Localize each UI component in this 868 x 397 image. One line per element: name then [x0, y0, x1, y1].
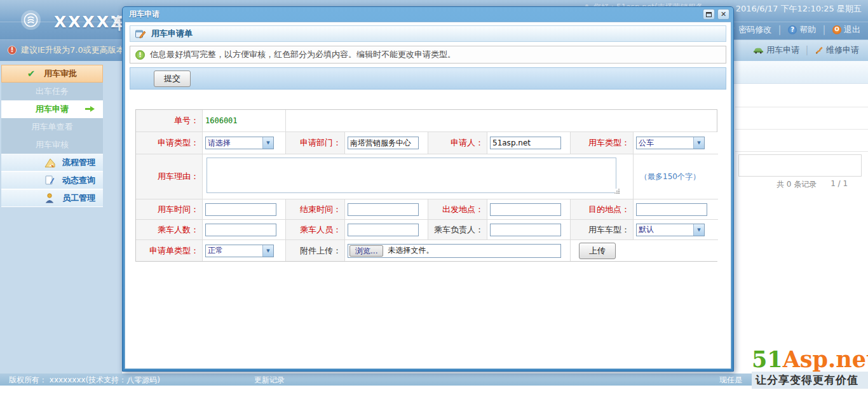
- copyright-text: 版权所有： xxxxxxxx(技术支持：八零源码): [9, 375, 160, 386]
- sidebar-item-vehicle-audit[interactable]: 用车审核: [1, 136, 103, 154]
- sidebar-item-order-view[interactable]: 用车单查看: [1, 118, 103, 136]
- file-status-text: 未选择文件。: [383, 245, 433, 256]
- logout-icon: O: [832, 25, 841, 34]
- site-watermark: 51Asp.net 让分享变得更有价值: [752, 348, 868, 389]
- separator: │: [822, 25, 827, 35]
- form-panel-title: 用车申请单: [130, 25, 726, 42]
- applicant-label: 申请人：: [428, 132, 487, 154]
- update-log-link[interactable]: 更新记录: [254, 375, 285, 386]
- passengers-input[interactable]: [348, 224, 419, 236]
- status-fragment: 现任是: [719, 375, 742, 386]
- record-summary: 共 0 条记录 1 / 1: [756, 179, 868, 190]
- empty-cell: [286, 110, 717, 132]
- start-time-label: 用车时间：: [136, 199, 203, 220]
- green-arrow-icon: [85, 105, 95, 112]
- maximize-button[interactable]: [703, 9, 715, 20]
- info-message: 信息最好填写完整，以方便审核，红色部分为必填内容。编辑时不能更改申请类型。: [150, 49, 456, 60]
- reason-label: 用车理由：: [136, 154, 203, 199]
- form-row-passengers: 乘车人数： 乘车人员： 乘车负责人： 用车车型： 默认 ▼: [136, 220, 717, 240]
- sidebar-item-dynamic-query[interactable]: 动态查询: [1, 172, 103, 189]
- note-pencil-icon: [43, 175, 56, 185]
- sidebar-item-process-management[interactable]: 流程管理: [1, 154, 103, 172]
- maximize-icon: [706, 12, 712, 17]
- submit-button[interactable]: 提交: [154, 71, 191, 87]
- app-window: XXXXX 车辆管理系统 您好：51asp.net(南塔营销服务 2016/6/…: [0, 0, 868, 397]
- dialog-body: 用车申请单 ! 信息最好填写完整，以方便审核，红色部分为必填内容。编辑时不能更改…: [125, 22, 731, 369]
- background-panel-header: [734, 61, 868, 84]
- dest-place-input[interactable]: [636, 203, 707, 216]
- pager: 1 / 1: [831, 179, 848, 190]
- vehicle-use-type-label: 用车类型：: [571, 132, 634, 154]
- passenger-count-input[interactable]: [205, 224, 276, 236]
- dialog-toolbar: 提交: [130, 67, 726, 90]
- reason-limit-note: （最多150个字）: [636, 172, 700, 182]
- passenger-leader-label: 乘车负责人：: [428, 220, 487, 240]
- end-time-input[interactable]: [348, 203, 419, 216]
- passenger-leader-input[interactable]: [490, 224, 561, 236]
- quick-actions: 用车申请 │ 维修申请: [753, 44, 859, 56]
- vehicle-model-select[interactable]: 默认 ▼: [636, 224, 705, 236]
- watermark-tagline: 让分享变得更有价值: [752, 372, 868, 389]
- vehicle-request-button[interactable]: 用车申请: [753, 44, 799, 56]
- apply-dept-label: 申请部门：: [286, 132, 345, 154]
- start-time-input[interactable]: [205, 203, 276, 216]
- form-type-select[interactable]: 正常 ▼: [205, 245, 274, 257]
- form-row-type: 申请类型： 请选择 ▼ 申请部门： 申请人： 用车类型： 公车: [136, 132, 717, 154]
- form-row-attachment: 申请单类型： 正常 ▼ 附件上传： 浏览... 未选择文件。: [136, 240, 717, 261]
- dialog-titlebar[interactable]: 用车申请: [123, 7, 733, 22]
- form-type-label: 申请单类型：: [136, 240, 203, 261]
- dialog-title: 用车申请: [129, 10, 159, 18]
- watermark-logo: 51Asp.net: [752, 348, 868, 371]
- browse-button[interactable]: 浏览...: [349, 245, 383, 257]
- ie-upgrade-notice: ! 建议IE升级为7.0或更高版本，点: [8, 44, 122, 56]
- sidebar-menu: ✔ 用车审批 出车任务 用车申请 用车单查看 用车审核: [1, 65, 103, 207]
- background-row-divider: [735, 107, 868, 107]
- upload-button[interactable]: 上传: [579, 243, 616, 259]
- apply-dept-input[interactable]: [348, 137, 419, 149]
- info-icon: !: [135, 50, 145, 60]
- logout-link[interactable]: O 退出: [832, 24, 860, 36]
- dialog-window-controls: ✕: [703, 9, 729, 20]
- wrench-icon: [815, 46, 824, 55]
- alert-icon: !: [8, 46, 17, 55]
- chevron-down-icon: ▼: [262, 245, 273, 257]
- close-button[interactable]: ✕: [717, 9, 729, 20]
- chevron-down-icon: ▼: [693, 137, 704, 149]
- sidebar-item-staff-management[interactable]: 员工管理: [1, 189, 103, 207]
- background-empty-box: [738, 154, 862, 177]
- separator: │: [804, 46, 810, 55]
- sidebar-item-vehicle-request[interactable]: 用车申请: [1, 100, 103, 118]
- applicant-input[interactable]: [490, 137, 561, 149]
- passengers-label: 乘车人员：: [286, 220, 345, 240]
- brand-logo-icon: [21, 10, 41, 30]
- apply-type-select[interactable]: 请选择 ▼: [205, 137, 274, 149]
- depart-place-input[interactable]: [490, 203, 561, 216]
- order-label: 单号：: [136, 110, 203, 132]
- utility-links: 密码修改 │ ? 帮助 │ O 退出: [727, 24, 860, 36]
- file-input[interactable]: 浏览... 未选择文件。: [348, 244, 561, 258]
- attachment-label: 附件上传：: [286, 240, 345, 261]
- repair-request-button[interactable]: 维修申请: [815, 44, 859, 56]
- status-bar: 版权所有： xxxxxxxx(技术支持：八零源码) 更新记录 现任是: [0, 373, 868, 386]
- resize-grip[interactable]: [614, 189, 620, 194]
- passenger-count-label: 乘车人数：: [136, 220, 203, 240]
- sidebar-item-dispatch-task[interactable]: 出车任务: [1, 83, 103, 100]
- vehicle-use-type-select[interactable]: 公车 ▼: [636, 137, 705, 149]
- depart-place-label: 出发地点：: [428, 199, 487, 220]
- dest-place-label: 目的地点：: [571, 199, 634, 220]
- background-row-divider: [735, 151, 868, 152]
- apply-type-label: 申请类型：: [136, 132, 203, 154]
- ruler-icon: [43, 158, 56, 168]
- form-row-reason: 用车理由： （最多150个字）: [136, 154, 717, 199]
- car-icon: [753, 47, 764, 54]
- request-form-table: 单号： 1606001 申请类型： 请选择 ▼ 申请部门： 申请人：: [135, 109, 717, 262]
- datetime-display: 2016/6/17 下午12:10:25 星期五: [736, 3, 862, 15]
- chevron-down-icon: ▼: [693, 224, 704, 236]
- sidebar-submenu-group: 出车任务 用车申请 用车单查看 用车审核: [1, 83, 103, 154]
- info-message-bar: ! 信息最好填写完整，以方便审核，红色部分为必填内容。编辑时不能更改申请类型。: [130, 46, 726, 64]
- record-count: 共 0 条记录: [776, 179, 817, 190]
- help-icon: ?: [788, 25, 797, 34]
- reason-textarea[interactable]: [207, 158, 616, 193]
- help-link[interactable]: ? 帮助: [788, 24, 816, 36]
- sidebar-item-vehicle-approval[interactable]: ✔ 用车审批: [1, 65, 103, 83]
